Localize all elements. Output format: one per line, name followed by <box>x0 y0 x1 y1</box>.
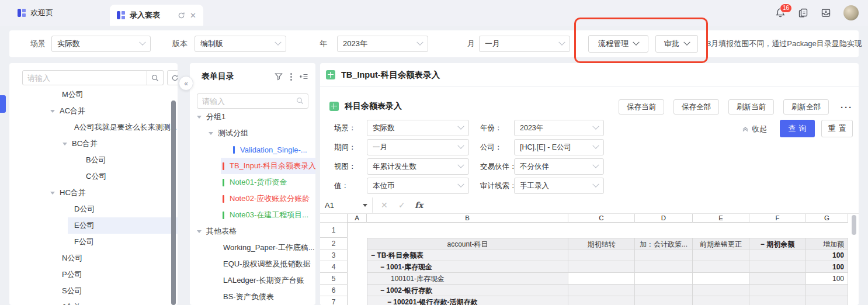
field-period-select[interactable]: 一月 <box>367 139 469 155</box>
account-cell[interactable]: 100101-库存现金 <box>367 273 568 285</box>
header-cell[interactable]: 期初结转 <box>568 238 635 249</box>
form-item-working-paper[interactable]: Working_Paper-工作底稿... <box>190 240 315 256</box>
row-header[interactable]: 1 <box>320 223 348 238</box>
form-group-test[interactable]: 测试分组 <box>190 125 315 141</box>
org-scrollbar[interactable] <box>171 100 176 305</box>
filter-funnel-icon[interactable] <box>275 72 283 81</box>
form-search-input[interactable] <box>197 93 308 109</box>
col-header[interactable]: C <box>568 214 635 223</box>
col-header[interactable]: G <box>806 214 848 223</box>
editable-cell[interactable] <box>568 273 635 285</box>
header-cell[interactable]: 前期差错更正 <box>693 238 749 249</box>
process-management-button[interactable]: 流程管理 <box>588 35 648 53</box>
org-node-hc[interactable]: HC合并 <box>9 185 178 201</box>
value-cell[interactable]: 100 <box>806 249 848 261</box>
col-header[interactable]: E <box>693 214 749 223</box>
field-company-select[interactable]: [HC].[E] - E公司 <box>514 139 604 155</box>
value-cell[interactable]: 100 <box>806 261 848 273</box>
org-node-e-selected[interactable]: E公司 <box>9 217 178 234</box>
col-header[interactable]: B <box>367 214 568 223</box>
org-node-b[interactable]: B公司 <box>9 152 178 168</box>
editable-value-cell[interactable]: 100 <box>806 273 848 285</box>
form-item-note01[interactable]: Note01-货币资金 <box>190 174 315 190</box>
form-item-laledger[interactable]: LALedger-长期资产台账 <box>190 272 315 289</box>
org-node-ac[interactable]: AC合并 <box>9 103 178 119</box>
form-item-validation[interactable]: Validation_Single-... <box>190 141 315 158</box>
spreadsheet-grid[interactable]: A B C D E F G 1 2 account-科目 期初结转 加：会计政策… <box>320 214 859 305</box>
user-avatar[interactable] <box>843 5 859 20</box>
tree-expand-icon[interactable] <box>209 132 213 135</box>
org-node-f[interactable]: F公司 <box>9 234 178 250</box>
tree-expand-icon[interactable] <box>197 116 202 119</box>
form-group-1[interactable]: 分组1 <box>190 109 315 125</box>
collapse-filters-control[interactable]: 收起 <box>742 124 767 134</box>
tree-expand-icon[interactable] <box>50 192 55 195</box>
month-select[interactable]: 一月 <box>479 36 570 52</box>
org-search-input[interactable] <box>22 70 147 85</box>
header-cell[interactable]: account-科目 <box>367 238 568 249</box>
account-cell[interactable]: − 100201-银行存款-活期存款 <box>367 296 568 305</box>
tree-expand-icon[interactable] <box>63 143 67 145</box>
col-header[interactable]: A <box>348 214 367 223</box>
form-item-note03[interactable]: Note03-在建工程项目... <box>190 207 315 223</box>
version-select[interactable]: 编制版 <box>195 36 286 52</box>
row-header[interactable]: 4 <box>320 261 348 273</box>
form-item-tb-input-selected[interactable]: TB_Input-科目余额表录入 <box>190 158 315 174</box>
row-header[interactable]: 3 <box>320 249 348 261</box>
field-value-select[interactable]: 本位币 <box>367 178 469 194</box>
editable-cell[interactable] <box>693 273 749 285</box>
header-cell[interactable]: − 期初余额 <box>749 238 806 249</box>
panel-collapse-button[interactable]: « <box>179 76 193 91</box>
refresh-icon[interactable] <box>167 70 178 85</box>
search-icon[interactable] <box>147 70 164 85</box>
reset-button[interactable]: 重置 <box>821 120 853 137</box>
confirm-entry-icon[interactable]: ✓ <box>398 197 405 213</box>
field-audit-trail-select[interactable]: 手工录入 <box>514 178 604 194</box>
tab-refresh-icon[interactable] <box>178 12 185 19</box>
active-module-indicator[interactable] <box>0 95 6 113</box>
tree-expand-icon[interactable] <box>50 110 55 113</box>
scenario-select[interactable]: 实际数 <box>51 36 151 52</box>
account-cell[interactable]: − 1001-库存现金 <box>367 261 568 273</box>
notification-bell-icon[interactable]: 16 <box>775 8 786 18</box>
sheet-scrollbar[interactable] <box>852 215 856 235</box>
org-node-a[interactable]: A公司我就是要这么长来测测... <box>9 119 178 136</box>
tab-data-entry[interactable]: 录入套表 ✕ <box>110 5 203 26</box>
org-node-c[interactable]: C公司 <box>9 168 178 185</box>
form-item-note02[interactable]: Note02-应收账款分账龄 <box>190 190 315 207</box>
refresh-current-button[interactable]: 刷新当前 <box>728 99 774 115</box>
save-all-button[interactable]: 保存全部 <box>673 99 719 115</box>
inbox-icon[interactable] <box>821 8 831 18</box>
refresh-all-button[interactable]: 刷新全部 <box>783 99 829 115</box>
field-partner-select[interactable]: 不分伙伴 <box>514 158 604 175</box>
function-fx-icon[interactable]: fx <box>415 197 423 213</box>
col-header[interactable]: F <box>749 214 806 223</box>
org-node-d[interactable]: D公司 <box>9 201 178 217</box>
field-year-select[interactable]: 2023年 <box>514 120 604 136</box>
year-select[interactable]: 2023年 <box>337 36 428 52</box>
cell-name-box[interactable]: A1 <box>320 197 373 213</box>
org-node-bc[interactable]: BC合并 <box>9 136 178 152</box>
collapse-tree-icon[interactable] <box>300 72 308 81</box>
account-cell[interactable]: − 1002-银行存款 <box>367 285 568 296</box>
form-item-bs[interactable]: BS-资产负债表 <box>190 289 315 305</box>
row-header[interactable]: 6 <box>320 285 348 296</box>
org-node-p[interactable]: P公司 <box>9 266 178 283</box>
row-header[interactable]: 7 <box>320 296 348 305</box>
account-cell[interactable]: − TB-科目余额表 <box>367 249 568 261</box>
save-current-button[interactable]: 保存当前 <box>619 99 664 115</box>
tab-welcome[interactable]: 欢迎页 <box>18 0 53 26</box>
org-node-n[interactable]: N公司 <box>9 250 178 266</box>
org-node-s[interactable]: S公司 <box>9 283 178 299</box>
cancel-entry-icon[interactable]: ✕ <box>381 197 388 213</box>
header-cell[interactable]: 加：会计政策... <box>635 238 693 249</box>
header-cell[interactable]: 增加额 <box>806 238 848 249</box>
documents-icon[interactable] <box>798 8 808 18</box>
form-group-others[interactable]: 其他表格 <box>190 223 315 240</box>
row-header[interactable]: 5 <box>320 273 348 285</box>
approval-button[interactable]: 审批 <box>655 35 698 53</box>
row-header[interactable]: 2 <box>320 238 348 249</box>
query-button[interactable]: 查询 <box>780 120 815 137</box>
col-header[interactable]: D <box>635 214 693 223</box>
more-options-icon[interactable] <box>290 73 292 81</box>
